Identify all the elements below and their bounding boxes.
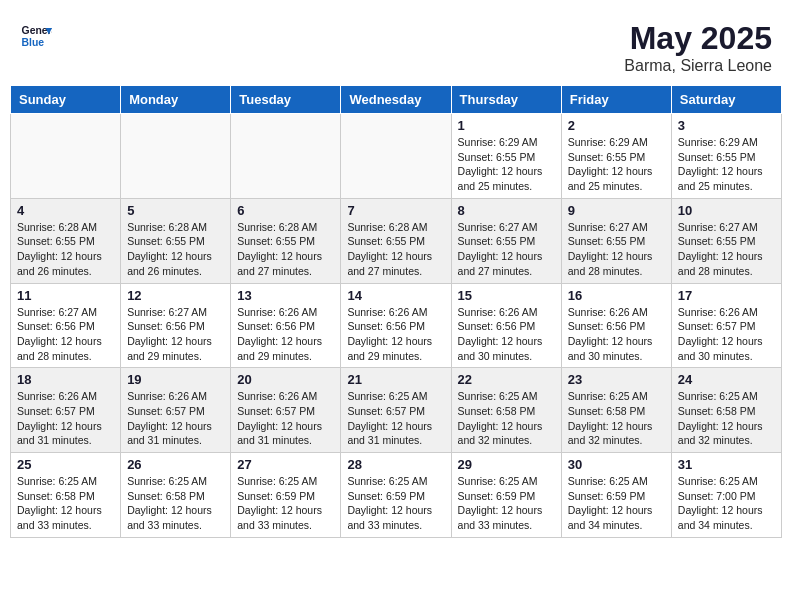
calendar-cell: [11, 114, 121, 199]
logo: General Blue: [20, 20, 52, 52]
calendar-cell: 15Sunrise: 6:26 AM Sunset: 6:56 PM Dayli…: [451, 283, 561, 368]
svg-text:Blue: Blue: [22, 37, 45, 48]
calendar-cell: 2Sunrise: 6:29 AM Sunset: 6:55 PM Daylig…: [561, 114, 671, 199]
day-number: 22: [458, 372, 555, 387]
calendar-cell: 10Sunrise: 6:27 AM Sunset: 6:55 PM Dayli…: [671, 198, 781, 283]
location-title: Barma, Sierra Leone: [624, 57, 772, 75]
day-number: 4: [17, 203, 114, 218]
calendar-cell: 8Sunrise: 6:27 AM Sunset: 6:55 PM Daylig…: [451, 198, 561, 283]
day-info: Sunrise: 6:26 AM Sunset: 6:57 PM Dayligh…: [237, 389, 334, 448]
calendar-cell: 20Sunrise: 6:26 AM Sunset: 6:57 PM Dayli…: [231, 368, 341, 453]
day-info: Sunrise: 6:27 AM Sunset: 6:55 PM Dayligh…: [568, 220, 665, 279]
calendar-cell: 7Sunrise: 6:28 AM Sunset: 6:55 PM Daylig…: [341, 198, 451, 283]
calendar-cell: 3Sunrise: 6:29 AM Sunset: 6:55 PM Daylig…: [671, 114, 781, 199]
day-info: Sunrise: 6:25 AM Sunset: 6:58 PM Dayligh…: [458, 389, 555, 448]
day-number: 23: [568, 372, 665, 387]
day-number: 16: [568, 288, 665, 303]
day-info: Sunrise: 6:25 AM Sunset: 6:58 PM Dayligh…: [127, 474, 224, 533]
weekday-header-thursday: Thursday: [451, 86, 561, 114]
weekday-header-saturday: Saturday: [671, 86, 781, 114]
calendar-cell: 25Sunrise: 6:25 AM Sunset: 6:58 PM Dayli…: [11, 453, 121, 538]
day-info: Sunrise: 6:26 AM Sunset: 6:57 PM Dayligh…: [127, 389, 224, 448]
day-info: Sunrise: 6:28 AM Sunset: 6:55 PM Dayligh…: [347, 220, 444, 279]
day-info: Sunrise: 6:25 AM Sunset: 6:59 PM Dayligh…: [347, 474, 444, 533]
day-info: Sunrise: 6:27 AM Sunset: 6:55 PM Dayligh…: [678, 220, 775, 279]
day-info: Sunrise: 6:26 AM Sunset: 6:56 PM Dayligh…: [347, 305, 444, 364]
day-number: 17: [678, 288, 775, 303]
day-number: 14: [347, 288, 444, 303]
day-info: Sunrise: 6:28 AM Sunset: 6:55 PM Dayligh…: [127, 220, 224, 279]
weekday-header-friday: Friday: [561, 86, 671, 114]
day-info: Sunrise: 6:25 AM Sunset: 6:59 PM Dayligh…: [568, 474, 665, 533]
calendar-week-3: 11Sunrise: 6:27 AM Sunset: 6:56 PM Dayli…: [11, 283, 782, 368]
day-number: 26: [127, 457, 224, 472]
calendar-cell: 21Sunrise: 6:25 AM Sunset: 6:57 PM Dayli…: [341, 368, 451, 453]
calendar-cell: 31Sunrise: 6:25 AM Sunset: 7:00 PM Dayli…: [671, 453, 781, 538]
calendar-cell: 6Sunrise: 6:28 AM Sunset: 6:55 PM Daylig…: [231, 198, 341, 283]
calendar-week-1: 1Sunrise: 6:29 AM Sunset: 6:55 PM Daylig…: [11, 114, 782, 199]
day-info: Sunrise: 6:28 AM Sunset: 6:55 PM Dayligh…: [17, 220, 114, 279]
calendar-cell: [341, 114, 451, 199]
calendar-cell: 1Sunrise: 6:29 AM Sunset: 6:55 PM Daylig…: [451, 114, 561, 199]
calendar-cell: 13Sunrise: 6:26 AM Sunset: 6:56 PM Dayli…: [231, 283, 341, 368]
day-number: 19: [127, 372, 224, 387]
logo-icon: General Blue: [20, 20, 52, 52]
calendar-cell: 24Sunrise: 6:25 AM Sunset: 6:58 PM Dayli…: [671, 368, 781, 453]
day-info: Sunrise: 6:25 AM Sunset: 6:58 PM Dayligh…: [678, 389, 775, 448]
calendar-week-2: 4Sunrise: 6:28 AM Sunset: 6:55 PM Daylig…: [11, 198, 782, 283]
calendar-table: SundayMondayTuesdayWednesdayThursdayFrid…: [10, 85, 782, 538]
weekday-header-wednesday: Wednesday: [341, 86, 451, 114]
day-info: Sunrise: 6:26 AM Sunset: 6:56 PM Dayligh…: [568, 305, 665, 364]
day-info: Sunrise: 6:25 AM Sunset: 6:57 PM Dayligh…: [347, 389, 444, 448]
calendar-week-5: 25Sunrise: 6:25 AM Sunset: 6:58 PM Dayli…: [11, 453, 782, 538]
day-info: Sunrise: 6:25 AM Sunset: 6:59 PM Dayligh…: [237, 474, 334, 533]
title-block: May 2025 Barma, Sierra Leone: [624, 20, 772, 75]
day-number: 9: [568, 203, 665, 218]
day-number: 31: [678, 457, 775, 472]
calendar-cell: 12Sunrise: 6:27 AM Sunset: 6:56 PM Dayli…: [121, 283, 231, 368]
day-info: Sunrise: 6:29 AM Sunset: 6:55 PM Dayligh…: [568, 135, 665, 194]
day-info: Sunrise: 6:26 AM Sunset: 6:57 PM Dayligh…: [678, 305, 775, 364]
day-number: 10: [678, 203, 775, 218]
calendar-cell: 5Sunrise: 6:28 AM Sunset: 6:55 PM Daylig…: [121, 198, 231, 283]
calendar-cell: 26Sunrise: 6:25 AM Sunset: 6:58 PM Dayli…: [121, 453, 231, 538]
calendar-cell: 23Sunrise: 6:25 AM Sunset: 6:58 PM Dayli…: [561, 368, 671, 453]
day-info: Sunrise: 6:28 AM Sunset: 6:55 PM Dayligh…: [237, 220, 334, 279]
calendar-cell: 11Sunrise: 6:27 AM Sunset: 6:56 PM Dayli…: [11, 283, 121, 368]
day-number: 12: [127, 288, 224, 303]
day-info: Sunrise: 6:26 AM Sunset: 6:56 PM Dayligh…: [458, 305, 555, 364]
day-number: 6: [237, 203, 334, 218]
calendar-cell: 27Sunrise: 6:25 AM Sunset: 6:59 PM Dayli…: [231, 453, 341, 538]
day-info: Sunrise: 6:25 AM Sunset: 7:00 PM Dayligh…: [678, 474, 775, 533]
page-header: General Blue May 2025 Barma, Sierra Leon…: [10, 10, 782, 80]
calendar-cell: 4Sunrise: 6:28 AM Sunset: 6:55 PM Daylig…: [11, 198, 121, 283]
calendar-cell: 14Sunrise: 6:26 AM Sunset: 6:56 PM Dayli…: [341, 283, 451, 368]
day-info: Sunrise: 6:26 AM Sunset: 6:56 PM Dayligh…: [237, 305, 334, 364]
day-info: Sunrise: 6:25 AM Sunset: 6:58 PM Dayligh…: [17, 474, 114, 533]
day-number: 15: [458, 288, 555, 303]
day-info: Sunrise: 6:29 AM Sunset: 6:55 PM Dayligh…: [678, 135, 775, 194]
day-number: 5: [127, 203, 224, 218]
day-number: 13: [237, 288, 334, 303]
weekday-header-sunday: Sunday: [11, 86, 121, 114]
day-info: Sunrise: 6:27 AM Sunset: 6:56 PM Dayligh…: [17, 305, 114, 364]
day-number: 30: [568, 457, 665, 472]
day-info: Sunrise: 6:26 AM Sunset: 6:57 PM Dayligh…: [17, 389, 114, 448]
day-info: Sunrise: 6:25 AM Sunset: 6:59 PM Dayligh…: [458, 474, 555, 533]
calendar-cell: 29Sunrise: 6:25 AM Sunset: 6:59 PM Dayli…: [451, 453, 561, 538]
day-info: Sunrise: 6:25 AM Sunset: 6:58 PM Dayligh…: [568, 389, 665, 448]
month-title: May 2025: [624, 20, 772, 57]
day-number: 8: [458, 203, 555, 218]
day-number: 24: [678, 372, 775, 387]
calendar-cell: 18Sunrise: 6:26 AM Sunset: 6:57 PM Dayli…: [11, 368, 121, 453]
calendar-cell: 30Sunrise: 6:25 AM Sunset: 6:59 PM Dayli…: [561, 453, 671, 538]
day-number: 3: [678, 118, 775, 133]
day-number: 1: [458, 118, 555, 133]
day-number: 7: [347, 203, 444, 218]
calendar-cell: 22Sunrise: 6:25 AM Sunset: 6:58 PM Dayli…: [451, 368, 561, 453]
calendar-cell: 9Sunrise: 6:27 AM Sunset: 6:55 PM Daylig…: [561, 198, 671, 283]
day-info: Sunrise: 6:27 AM Sunset: 6:55 PM Dayligh…: [458, 220, 555, 279]
calendar-cell: 19Sunrise: 6:26 AM Sunset: 6:57 PM Dayli…: [121, 368, 231, 453]
day-info: Sunrise: 6:29 AM Sunset: 6:55 PM Dayligh…: [458, 135, 555, 194]
day-number: 21: [347, 372, 444, 387]
